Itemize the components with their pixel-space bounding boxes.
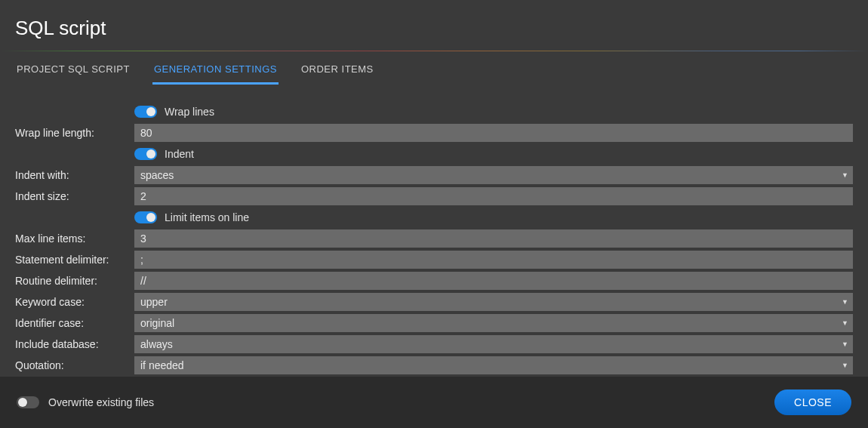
indent-with-select[interactable] (134, 166, 853, 184)
indent-toggle[interactable] (134, 148, 157, 160)
statement-delimiter-label: Statement delimiter: (15, 252, 134, 267)
wrap-line-length-input[interactable] (134, 124, 853, 142)
dialog-header: SQL script (0, 0, 868, 51)
close-button[interactable]: CLOSE (774, 390, 851, 415)
dialog-footer: Overwrite existing files CLOSE (0, 377, 868, 428)
wrap-lines-toggle[interactable] (134, 106, 157, 118)
include-database-label: Include database: (15, 337, 134, 352)
quotation-label: Quotation: (15, 358, 134, 373)
settings-panel: Wrap lines Wrap line length: Indent Inde… (0, 85, 868, 377)
wrap-line-length-label: Wrap line length: (15, 125, 134, 140)
tab-bar: PROJECT SQL SCRIPT GENERATION SETTINGS O… (0, 51, 868, 85)
quotation-select[interactable] (134, 356, 853, 374)
keyword-case-select[interactable] (134, 293, 853, 311)
overwrite-files-toggle[interactable] (17, 396, 39, 408)
statement-delimiter-input[interactable] (134, 251, 853, 269)
max-line-items-input[interactable] (134, 229, 853, 248)
max-line-items-label: Max line items: (15, 231, 134, 246)
tab-order-items[interactable]: ORDER ITEMS (300, 60, 375, 85)
limit-items-toggle[interactable] (134, 211, 157, 223)
indent-with-label: Indent with: (15, 168, 134, 183)
identifier-case-label: Identifier case: (15, 316, 134, 331)
limit-items-label: Limit items on line (165, 211, 249, 223)
routine-delimiter-label: Routine delimiter: (15, 273, 134, 288)
indent-size-label: Indent size: (15, 189, 134, 204)
tab-generation-settings[interactable]: GENERATION SETTINGS (152, 60, 279, 85)
indent-size-input[interactable] (134, 187, 853, 205)
keyword-case-label: Keyword case: (15, 294, 134, 309)
sql-script-dialog: SQL script PROJECT SQL SCRIPT GENERATION… (0, 0, 868, 428)
indent-label: Indent (165, 148, 194, 160)
dialog-title: SQL script (15, 17, 853, 40)
identifier-case-select[interactable] (134, 314, 853, 332)
header-divider (0, 51, 868, 51)
include-database-select[interactable] (134, 335, 853, 353)
wrap-lines-label: Wrap lines (165, 106, 214, 118)
routine-delimiter-input[interactable] (134, 272, 853, 290)
tab-project-sql-script[interactable]: PROJECT SQL SCRIPT (15, 60, 131, 85)
overwrite-files-label: Overwrite existing files (48, 396, 154, 408)
